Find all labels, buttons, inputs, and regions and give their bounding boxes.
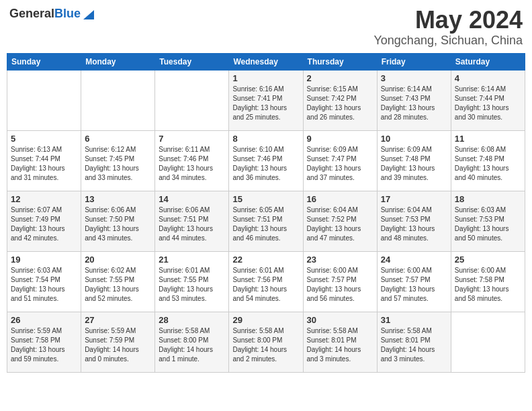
- day-number: 17: [381, 194, 447, 204]
- day-info: Sunrise: 5:59 AMSunset: 7:59 PMDaylight:…: [85, 326, 151, 364]
- day-number: 31: [381, 315, 447, 325]
- weekday-header: Thursday: [303, 53, 377, 70]
- month-title: May 2024: [373, 7, 523, 34]
- day-info: Sunrise: 6:01 AMSunset: 7:56 PMDaylight:…: [232, 266, 299, 304]
- day-number: 7: [159, 134, 225, 144]
- calendar-cell: 6Sunrise: 6:12 AMSunset: 7:45 PMDaylight…: [81, 130, 155, 191]
- weekday-header: Wednesday: [229, 53, 303, 70]
- day-info: Sunrise: 6:07 AMSunset: 7:49 PMDaylight:…: [11, 205, 77, 243]
- day-number: 25: [455, 255, 521, 265]
- weekday-header: Sunday: [7, 53, 81, 70]
- day-info: Sunrise: 5:59 AMSunset: 7:58 PMDaylight:…: [11, 326, 77, 364]
- day-number: 22: [232, 255, 299, 265]
- weekday-header: Friday: [377, 53, 451, 70]
- logo-icon: [82, 7, 95, 21]
- calendar-cell: 24Sunrise: 6:00 AMSunset: 7:57 PMDayligh…: [377, 251, 451, 312]
- calendar-cell: 4Sunrise: 6:14 AMSunset: 7:44 PMDaylight…: [451, 70, 525, 130]
- day-info: Sunrise: 5:58 AMSunset: 8:00 PMDaylight:…: [232, 326, 299, 364]
- day-info: Sunrise: 6:00 AMSunset: 7:57 PMDaylight:…: [381, 266, 447, 304]
- day-number: 30: [307, 315, 373, 325]
- logo: GeneralBlue: [9, 7, 95, 21]
- day-info: Sunrise: 6:13 AMSunset: 7:44 PMDaylight:…: [11, 145, 77, 183]
- day-number: 9: [307, 134, 373, 144]
- day-number: 26: [11, 315, 77, 325]
- svg-marker-0: [83, 10, 94, 19]
- day-number: 18: [455, 194, 521, 204]
- day-number: 12: [11, 194, 77, 204]
- calendar-cell: [81, 70, 155, 130]
- day-number: 2: [307, 73, 373, 83]
- calendar-cell: 31Sunrise: 5:58 AMSunset: 8:01 PMDayligh…: [377, 312, 451, 372]
- calendar-header: SundayMondayTuesdayWednesdayThursdayFrid…: [7, 53, 525, 70]
- calendar-cell: 5Sunrise: 6:13 AMSunset: 7:44 PMDaylight…: [7, 130, 81, 191]
- day-number: 27: [85, 315, 151, 325]
- day-info: Sunrise: 6:03 AMSunset: 7:54 PMDaylight:…: [11, 266, 77, 304]
- day-number: 20: [85, 255, 151, 265]
- title-block: May 2024 Yongchang, Sichuan, China: [373, 7, 523, 48]
- calendar-cell: 10Sunrise: 6:09 AMSunset: 7:48 PMDayligh…: [377, 130, 451, 191]
- calendar-cell: 2Sunrise: 6:15 AMSunset: 7:42 PMDaylight…: [303, 70, 377, 130]
- calendar-cell: 12Sunrise: 6:07 AMSunset: 7:49 PMDayligh…: [7, 191, 81, 251]
- weekday-header: Saturday: [451, 53, 525, 70]
- calendar-cell: 30Sunrise: 5:58 AMSunset: 8:01 PMDayligh…: [303, 312, 377, 372]
- day-number: 24: [381, 255, 447, 265]
- calendar-cell: 27Sunrise: 5:59 AMSunset: 7:59 PMDayligh…: [81, 312, 155, 372]
- day-number: 23: [307, 255, 373, 265]
- day-info: Sunrise: 6:04 AMSunset: 7:52 PMDaylight:…: [307, 205, 373, 243]
- day-info: Sunrise: 6:00 AMSunset: 7:57 PMDaylight:…: [307, 266, 373, 304]
- day-info: Sunrise: 5:58 AMSunset: 8:01 PMDaylight:…: [307, 326, 373, 364]
- calendar-cell: 22Sunrise: 6:01 AMSunset: 7:56 PMDayligh…: [229, 251, 303, 312]
- day-info: Sunrise: 6:03 AMSunset: 7:53 PMDaylight:…: [455, 205, 521, 243]
- calendar-cell: 14Sunrise: 6:06 AMSunset: 7:51 PMDayligh…: [155, 191, 229, 251]
- calendar-cell: [155, 70, 229, 130]
- logo-blue: Blue: [54, 7, 81, 20]
- calendar-cell: 18Sunrise: 6:03 AMSunset: 7:53 PMDayligh…: [451, 191, 525, 251]
- calendar-cell: [451, 312, 525, 372]
- calendar-cell: 23Sunrise: 6:00 AMSunset: 7:57 PMDayligh…: [303, 251, 377, 312]
- day-info: Sunrise: 6:01 AMSunset: 7:55 PMDaylight:…: [159, 266, 225, 304]
- day-number: 5: [11, 134, 77, 144]
- location-title: Yongchang, Sichuan, China: [373, 34, 523, 48]
- day-info: Sunrise: 6:11 AMSunset: 7:46 PMDaylight:…: [159, 145, 225, 183]
- calendar-cell: 20Sunrise: 6:02 AMSunset: 7:55 PMDayligh…: [81, 251, 155, 312]
- day-info: Sunrise: 6:04 AMSunset: 7:53 PMDaylight:…: [381, 205, 447, 243]
- calendar-cell: 25Sunrise: 6:00 AMSunset: 7:58 PMDayligh…: [451, 251, 525, 312]
- day-info: Sunrise: 6:14 AMSunset: 7:43 PMDaylight:…: [381, 85, 447, 122]
- day-info: Sunrise: 6:10 AMSunset: 7:46 PMDaylight:…: [232, 145, 299, 183]
- day-number: 1: [232, 73, 299, 83]
- day-info: Sunrise: 6:14 AMSunset: 7:44 PMDaylight:…: [455, 85, 521, 122]
- day-number: 29: [232, 315, 299, 325]
- calendar-table: SundayMondayTuesdayWednesdayThursdayFrid…: [7, 53, 525, 373]
- calendar-cell: 19Sunrise: 6:03 AMSunset: 7:54 PMDayligh…: [7, 251, 81, 312]
- calendar-cell: 15Sunrise: 6:05 AMSunset: 7:51 PMDayligh…: [229, 191, 303, 251]
- calendar-cell: 17Sunrise: 6:04 AMSunset: 7:53 PMDayligh…: [377, 191, 451, 251]
- day-number: 19: [11, 255, 77, 265]
- day-info: Sunrise: 6:08 AMSunset: 7:48 PMDaylight:…: [455, 145, 521, 183]
- calendar-cell: 11Sunrise: 6:08 AMSunset: 7:48 PMDayligh…: [451, 130, 525, 191]
- day-number: 21: [159, 255, 225, 265]
- day-info: Sunrise: 6:16 AMSunset: 7:41 PMDaylight:…: [232, 85, 299, 122]
- calendar-cell: 16Sunrise: 6:04 AMSunset: 7:52 PMDayligh…: [303, 191, 377, 251]
- day-info: Sunrise: 6:02 AMSunset: 7:55 PMDaylight:…: [85, 266, 151, 304]
- calendar-cell: 9Sunrise: 6:09 AMSunset: 7:47 PMDaylight…: [303, 130, 377, 191]
- day-number: 14: [159, 194, 225, 204]
- calendar-cell: 1Sunrise: 6:16 AMSunset: 7:41 PMDaylight…: [229, 70, 303, 130]
- day-info: Sunrise: 6:00 AMSunset: 7:58 PMDaylight:…: [455, 266, 521, 304]
- calendar-cell: 8Sunrise: 6:10 AMSunset: 7:46 PMDaylight…: [229, 130, 303, 191]
- day-number: 16: [307, 194, 373, 204]
- calendar-cell: 3Sunrise: 6:14 AMSunset: 7:43 PMDaylight…: [377, 70, 451, 130]
- calendar-cell: 13Sunrise: 6:06 AMSunset: 7:50 PMDayligh…: [81, 191, 155, 251]
- day-number: 4: [455, 73, 521, 83]
- logo-general: General: [9, 7, 54, 20]
- day-number: 3: [381, 73, 447, 83]
- day-info: Sunrise: 6:05 AMSunset: 7:51 PMDaylight:…: [232, 205, 299, 243]
- calendar-cell: 28Sunrise: 5:58 AMSunset: 8:00 PMDayligh…: [155, 312, 229, 372]
- day-info: Sunrise: 6:15 AMSunset: 7:42 PMDaylight:…: [307, 85, 373, 122]
- day-info: Sunrise: 5:58 AMSunset: 8:01 PMDaylight:…: [381, 326, 447, 364]
- calendar-cell: [7, 70, 81, 130]
- day-number: 8: [232, 134, 299, 144]
- calendar-cell: 29Sunrise: 5:58 AMSunset: 8:00 PMDayligh…: [229, 312, 303, 372]
- day-number: 15: [232, 194, 299, 204]
- calendar-cell: 26Sunrise: 5:59 AMSunset: 7:58 PMDayligh…: [7, 312, 81, 372]
- calendar-cell: 21Sunrise: 6:01 AMSunset: 7:55 PMDayligh…: [155, 251, 229, 312]
